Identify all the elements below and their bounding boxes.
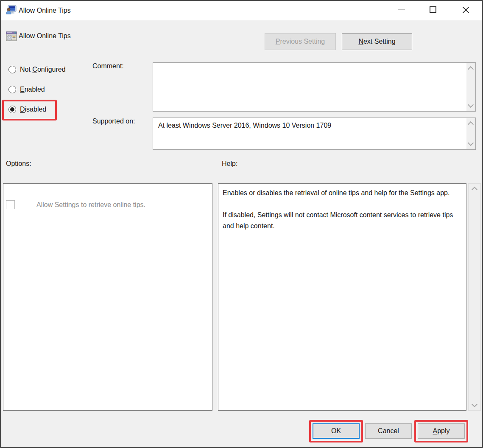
options-label: Options: xyxy=(6,160,31,168)
radio-label: Disabled xyxy=(20,106,46,113)
help-text: Enables or disables the retrieval of onl… xyxy=(218,184,466,235)
supported-on-value: At least Windows Server 2016, Windows 10… xyxy=(153,118,475,133)
scroll-up-icon[interactable] xyxy=(468,121,474,127)
previous-setting-button[interactable]: Previous Setting xyxy=(265,33,336,50)
help-panel: Enables or disables the retrieval of onl… xyxy=(218,183,466,411)
maximize-button[interactable] xyxy=(422,1,444,19)
minimize-icon xyxy=(398,9,405,10)
radio-enabled[interactable]: Enabled xyxy=(8,85,45,94)
radio-circle-selected-icon xyxy=(8,106,16,113)
scroll-up-icon[interactable] xyxy=(468,66,474,72)
comment-scrollbar[interactable] xyxy=(466,63,475,111)
radio-not-configured[interactable]: Not Configured xyxy=(8,65,66,74)
radio-disabled[interactable]: Disabled xyxy=(8,105,46,114)
ok-button[interactable]: OK xyxy=(313,423,360,439)
scroll-down-icon[interactable] xyxy=(468,102,474,108)
group-policy-app-icon xyxy=(6,5,17,16)
radio-circle-icon xyxy=(8,86,16,93)
scroll-up-icon[interactable] xyxy=(472,187,477,193)
close-button[interactable] xyxy=(455,1,476,19)
window-title: Allow Online Tips xyxy=(19,7,71,14)
scroll-down-icon[interactable] xyxy=(468,140,474,146)
minimize-button[interactable] xyxy=(391,1,412,19)
titlebar: Allow Online Tips xyxy=(0,0,483,20)
radio-label: Enabled xyxy=(20,86,45,93)
allow-settings-checkbox-label: Allow Settings to retrieve online tips. xyxy=(36,201,145,209)
setting-name-heading: Allow Online Tips xyxy=(19,32,71,40)
supported-on-scrollbar[interactable] xyxy=(466,118,475,149)
help-paragraph: Enables or disables the retrieval of onl… xyxy=(223,188,460,199)
options-panel: Allow Settings to retrieve online tips. xyxy=(3,183,212,411)
supported-on-field: At least Windows Server 2016, Windows 10… xyxy=(153,118,476,150)
help-paragraph: If disabled, Settings will not contact M… xyxy=(223,210,460,232)
maximize-icon xyxy=(430,6,436,13)
apply-button[interactable]: Apply xyxy=(418,423,465,439)
policy-setting-icon xyxy=(6,31,17,42)
close-icon xyxy=(462,6,469,14)
help-label: Help: xyxy=(222,160,237,168)
policy-dialog-window: Allow Online Tips Allow Online Tips Prev… xyxy=(0,0,483,448)
radio-label: Not Configured xyxy=(20,66,66,73)
comment-label: Comment: xyxy=(92,62,124,70)
allow-settings-checkbox[interactable] xyxy=(6,200,15,209)
cancel-button[interactable]: Cancel xyxy=(365,423,412,439)
comment-textarea[interactable] xyxy=(153,62,476,112)
help-scrollbar[interactable] xyxy=(468,183,481,411)
scroll-down-icon[interactable] xyxy=(472,401,477,407)
next-setting-button[interactable]: Next Setting xyxy=(342,33,412,50)
radio-circle-icon xyxy=(8,66,16,73)
supported-on-label: Supported on: xyxy=(92,118,135,125)
